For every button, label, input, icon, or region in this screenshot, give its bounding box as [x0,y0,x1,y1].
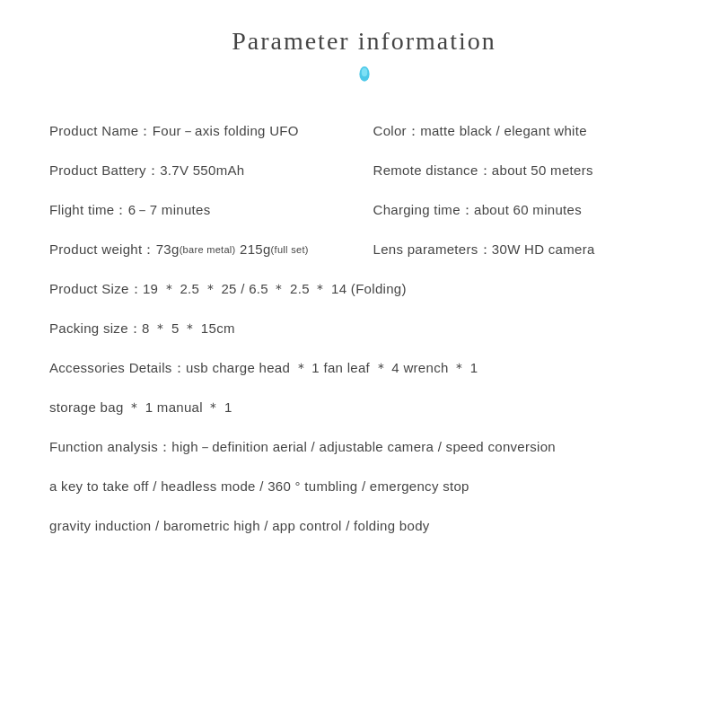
param-row-name: Product Name：Four－axis folding UFO Color… [49,111,679,151]
bare-metal-label: (bare metal) [180,244,236,255]
param-row-function1: Function analysis：high－definition aerial… [49,427,679,467]
param-accessories: Accessories Details：usb charge head ＊ 1 … [49,360,478,375]
param-row-packing: Packing size：8 ＊ 5 ＊ 15cm [49,309,679,348]
param-function2: a key to take off / headless mode / 360 … [49,478,469,494]
param-size: Product Size：19 ＊ 2.5 ＊ 25 / 6.5 ＊ 2.5 ＊… [49,281,407,296]
param-row-storage: storage bag ＊ 1 manual ＊ 1 [49,388,679,427]
param-function1: Function analysis：high－definition aerial… [49,439,556,454]
param-weight-right: Lens parameters：30W HD camera [355,239,680,260]
icon-divider [49,66,679,92]
param-row-battery: Product Battery：3.7V 550mAh Remote dista… [49,151,679,190]
param-battery-left: Product Battery：3.7V 550mAh [49,160,355,181]
page-title: Parameter information [49,27,679,56]
param-packing: Packing size：8 ＊ 5 ＊ 15cm [49,320,235,336]
param-name-right: Color：matte black / elegant white [355,120,680,142]
param-row-function3: gravity induction / barometric high / ap… [49,506,679,546]
param-row-function2: a key to take off / headless mode / 360 … [49,467,679,506]
param-flight-right: Charging time：about 60 minutes [355,199,680,221]
param-row-weight: Product weight：73g(bare metal) 215g(full… [49,230,679,269]
param-battery-right: Remote distance：about 50 meters [355,160,680,181]
param-row-size: Product Size：19 ＊ 2.5 ＊ 25 / 6.5 ＊ 2.5 ＊… [49,269,679,309]
drone-icon [355,66,374,92]
svg-point-1 [361,68,367,76]
param-weight-left: Product weight：73g(bare metal) 215g(full… [49,239,355,260]
param-function3: gravity induction / barometric high / ap… [49,518,430,533]
params-grid: Product Name：Four－axis folding UFO Color… [49,111,679,546]
param-flight-left: Flight time：6－7 minutes [49,199,355,221]
param-storage: storage bag ＊ 1 manual ＊ 1 [49,399,232,415]
param-name-left: Product Name：Four－axis folding UFO [49,120,355,142]
param-row-accessories: Accessories Details：usb charge head ＊ 1 … [49,348,679,388]
page-container: Parameter information Product Name：Four－… [0,0,728,728]
param-row-flight: Flight time：6－7 minutes Charging time：ab… [49,190,679,230]
full-set-label: (full set) [271,244,309,255]
